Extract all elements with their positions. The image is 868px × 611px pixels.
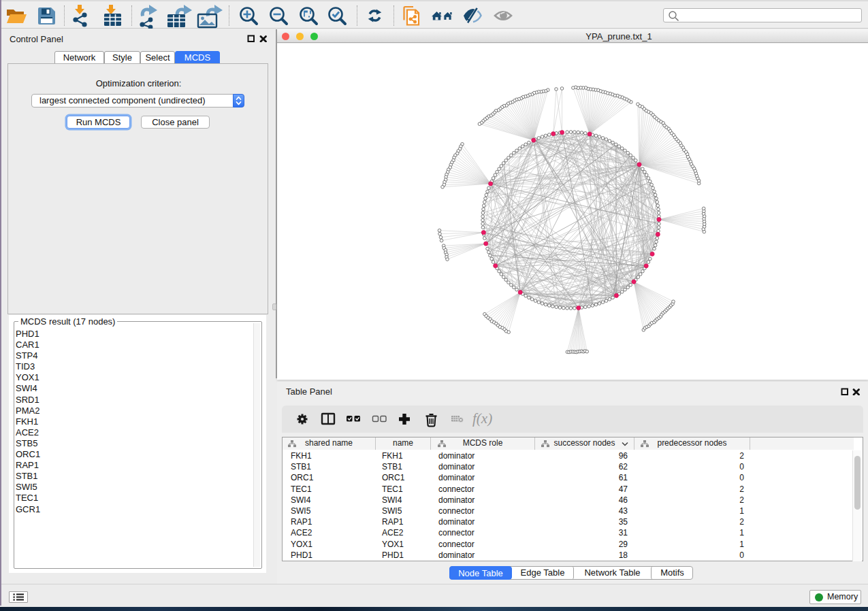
svg-text:f(x): f(x) (472, 410, 492, 427)
